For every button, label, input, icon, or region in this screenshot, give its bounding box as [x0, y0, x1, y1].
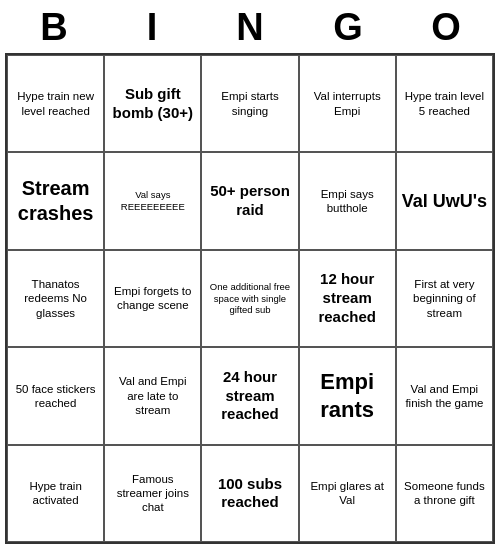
cell-13[interactable]: 12 hour stream reached: [299, 250, 396, 347]
cell-22[interactable]: 100 subs reached: [201, 445, 298, 542]
cell-16[interactable]: Val and Empi are late to stream: [104, 347, 201, 444]
cell-10[interactable]: Thanatos redeems No glasses: [7, 250, 104, 347]
cell-5[interactable]: Stream crashes: [7, 152, 104, 249]
letter-n: N: [205, 6, 295, 49]
cell-17[interactable]: 24 hour stream reached: [201, 347, 298, 444]
cell-11[interactable]: Empi forgets to change scene: [104, 250, 201, 347]
cell-9[interactable]: Val UwU's: [396, 152, 493, 249]
letter-i: I: [107, 6, 197, 49]
cell-19[interactable]: Val and Empi finish the game: [396, 347, 493, 444]
cell-6[interactable]: Val says REEEEEEEEE: [104, 152, 201, 249]
letter-b: B: [9, 6, 99, 49]
cell-1[interactable]: Sub gift bomb (30+): [104, 55, 201, 152]
cell-2[interactable]: Empi starts singing: [201, 55, 298, 152]
cell-14[interactable]: First at very beginning of stream: [396, 250, 493, 347]
cell-24[interactable]: Someone funds a throne gift: [396, 445, 493, 542]
cell-3[interactable]: Val interrupts Empi: [299, 55, 396, 152]
bingo-title: B I N G O: [5, 0, 495, 53]
cell-12[interactable]: One additional free space with single gi…: [201, 250, 298, 347]
cell-20[interactable]: Hype train activated: [7, 445, 104, 542]
cell-18[interactable]: Empi rants: [299, 347, 396, 444]
cell-0[interactable]: Hype train new level reached: [7, 55, 104, 152]
cell-21[interactable]: Famous streamer joins chat: [104, 445, 201, 542]
cell-8[interactable]: Empi says butthole: [299, 152, 396, 249]
letter-g: G: [303, 6, 393, 49]
cell-15[interactable]: 50 face stickers reached: [7, 347, 104, 444]
letter-o: O: [401, 6, 491, 49]
bingo-grid: Hype train new level reachedSub gift bom…: [5, 53, 495, 544]
cell-4[interactable]: Hype train level 5 reached: [396, 55, 493, 152]
cell-7[interactable]: 50+ person raid: [201, 152, 298, 249]
cell-23[interactable]: Empi glares at Val: [299, 445, 396, 542]
